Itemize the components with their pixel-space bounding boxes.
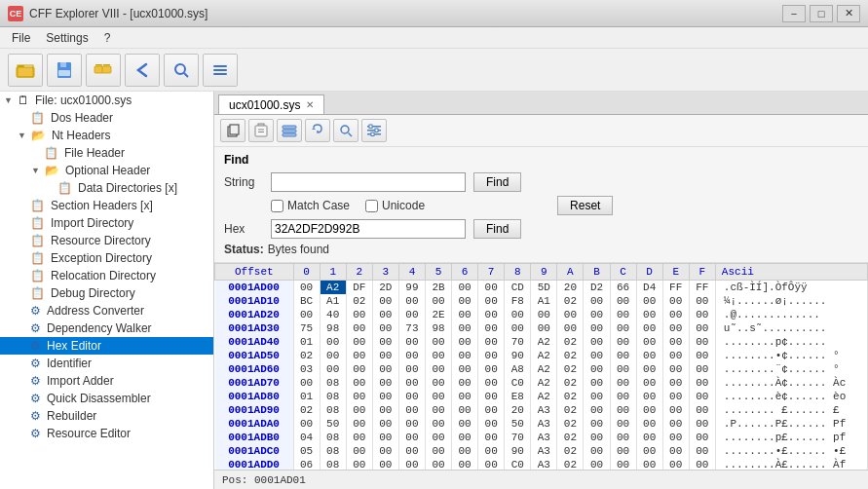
inner-copy[interactable]	[220, 119, 245, 142]
tree-item-8[interactable]: 📋Resource Directory	[0, 232, 213, 249]
hex-cell-7-6[interactable]: 00	[452, 376, 478, 390]
hex-row-11[interactable]: 0001ADB0040800000000000070A3020000000000…	[215, 431, 868, 444]
hex-cell-9-8[interactable]: 20	[505, 403, 531, 417]
hex-row-5[interactable]: 0001AD50020000000000000090A2020000000000…	[215, 349, 868, 362]
minimize-button[interactable]: −	[782, 5, 806, 22]
hex-cell-5-4[interactable]: 00	[398, 349, 425, 362]
hex-cell-7-8[interactable]: C0	[505, 376, 531, 390]
hex-cell-10-12[interactable]: 00	[610, 417, 636, 431]
hex-cell-0-5[interactable]: 2B	[425, 281, 451, 295]
hex-cell-5-0[interactable]: 02	[293, 349, 320, 362]
tree-item-9[interactable]: 📋Exception Directory	[0, 249, 213, 267]
hex-cell-5-8[interactable]: 90	[505, 349, 531, 362]
hex-cell-10-15[interactable]: 00	[689, 417, 715, 431]
hex-cell-2-13[interactable]: 00	[636, 308, 662, 321]
hex-cell-13-1[interactable]: 08	[320, 458, 346, 470]
hex-cell-11-13[interactable]: 00	[636, 431, 662, 444]
hex-cell-7-4[interactable]: 00	[398, 376, 425, 390]
hex-cell-13-12[interactable]: 00	[610, 458, 636, 470]
hex-cell-1-12[interactable]: 00	[610, 294, 636, 308]
tree-item-12[interactable]: ⚙Address Converter	[0, 302, 213, 320]
hex-cell-0-9[interactable]: 5D	[531, 281, 557, 295]
hex-cell-2-9[interactable]: 00	[531, 308, 557, 321]
hex-cell-11-10[interactable]: 02	[557, 431, 584, 444]
tree-item-15[interactable]: ⚙Identifier	[0, 355, 213, 372]
hex-cell-4-12[interactable]: 00	[610, 335, 636, 349]
hex-cell-13-7[interactable]: 00	[478, 458, 505, 470]
hex-cell-9-0[interactable]: 02	[293, 403, 320, 417]
hex-cell-4-4[interactable]: 00	[398, 335, 425, 349]
hex-cell-1-6[interactable]: 00	[452, 294, 478, 308]
hex-cell-3-0[interactable]: 75	[293, 321, 320, 335]
hex-cell-13-4[interactable]: 00	[398, 458, 425, 470]
hex-cell-9-7[interactable]: 00	[478, 403, 505, 417]
hex-cell-11-11[interactable]: 00	[584, 431, 610, 444]
hex-cell-9-11[interactable]: 00	[584, 403, 610, 417]
hex-cell-3-12[interactable]: 00	[610, 321, 636, 335]
hex-cell-0-13[interactable]: D4	[636, 281, 662, 295]
unicode-checkbox[interactable]	[365, 200, 378, 212]
find-string-button[interactable]: Find	[473, 172, 521, 192]
toolbar-save[interactable]	[47, 54, 82, 87]
hex-cell-2-4[interactable]: 00	[398, 308, 425, 321]
hex-cell-6-7[interactable]: 00	[478, 362, 505, 376]
hex-cell-10-3[interactable]: 00	[372, 417, 398, 431]
hex-cell-3-14[interactable]: 00	[662, 321, 689, 335]
hex-cell-4-15[interactable]: 00	[689, 335, 715, 349]
hex-cell-1-0[interactable]: BC	[293, 294, 320, 308]
hex-cell-2-1[interactable]: 40	[320, 308, 346, 321]
hex-cell-1-5[interactable]: 00	[425, 294, 451, 308]
hex-cell-4-8[interactable]: 70	[505, 335, 531, 349]
hex-cell-3-2[interactable]: 00	[346, 321, 372, 335]
hex-cell-3-1[interactable]: 98	[320, 321, 346, 335]
hex-cell-2-3[interactable]: 00	[372, 308, 398, 321]
hex-cell-1-10[interactable]: 02	[557, 294, 584, 308]
hex-cell-9-10[interactable]: 02	[557, 403, 584, 417]
hex-cell-2-15[interactable]: 00	[689, 308, 715, 321]
hex-cell-8-6[interactable]: 00	[452, 390, 478, 403]
hex-cell-5-1[interactable]: 00	[320, 349, 346, 362]
find-hex-input[interactable]	[271, 219, 466, 239]
hex-cell-2-7[interactable]: 00	[478, 308, 505, 321]
hex-cell-12-3[interactable]: 00	[372, 444, 398, 458]
hex-cell-12-6[interactable]: 00	[452, 444, 478, 458]
hex-cell-1-3[interactable]: 00	[372, 294, 398, 308]
hex-cell-8-8[interactable]: E8	[505, 390, 531, 403]
hex-cell-8-11[interactable]: 00	[584, 390, 610, 403]
hex-cell-9-12[interactable]: 00	[610, 403, 636, 417]
hex-cell-0-12[interactable]: 66	[610, 281, 636, 295]
hex-row-3[interactable]: 0001AD3075980000739800000000000000000000…	[215, 321, 868, 335]
hex-cell-10-1[interactable]: 50	[320, 417, 346, 431]
hex-cell-0-10[interactable]: 20	[557, 281, 584, 295]
hex-cell-11-5[interactable]: 00	[425, 431, 451, 444]
hex-cell-9-2[interactable]: 00	[346, 403, 372, 417]
hex-cell-7-0[interactable]: 00	[293, 376, 320, 390]
hex-cell-3-8[interactable]: 00	[505, 321, 531, 335]
hex-cell-6-9[interactable]: A2	[531, 362, 557, 376]
hex-cell-8-1[interactable]: 08	[320, 390, 346, 403]
hex-cell-2-11[interactable]: 00	[584, 308, 610, 321]
hex-cell-4-10[interactable]: 02	[557, 335, 584, 349]
hex-cell-7-9[interactable]: A2	[531, 376, 557, 390]
hex-row-1[interactable]: 0001AD10BCA1020000000000F8A1020000000000…	[215, 294, 868, 308]
tree-item-17[interactable]: ⚙Quick Disassembler	[0, 390, 213, 407]
hex-cell-0-4[interactable]: 99	[398, 281, 425, 295]
hex-cell-13-2[interactable]: 00	[346, 458, 372, 470]
hex-cell-3-13[interactable]: 00	[636, 321, 662, 335]
hex-cell-13-6[interactable]: 00	[452, 458, 478, 470]
menu-file[interactable]: File	[4, 29, 38, 47]
hex-cell-7-15[interactable]: 00	[689, 376, 715, 390]
hex-row-0[interactable]: 0001AD0000A2DF2D992B0000CD5D20D266D4FFFF…	[215, 281, 868, 295]
hex-cell-8-9[interactable]: A2	[531, 390, 557, 403]
toolbar-back[interactable]	[125, 54, 160, 87]
hex-cell-8-14[interactable]: 00	[662, 390, 689, 403]
hex-cell-3-11[interactable]: 00	[584, 321, 610, 335]
hex-cell-11-6[interactable]: 00	[452, 431, 478, 444]
hex-cell-6-1[interactable]: 00	[320, 362, 346, 376]
toolbar-search[interactable]	[164, 54, 199, 87]
menu-help[interactable]: ?	[96, 29, 119, 47]
hex-cell-2-6[interactable]: 00	[452, 308, 478, 321]
hex-cell-13-15[interactable]: 00	[689, 458, 715, 470]
hex-cell-1-4[interactable]: 00	[398, 294, 425, 308]
hex-cell-0-11[interactable]: D2	[584, 281, 610, 295]
